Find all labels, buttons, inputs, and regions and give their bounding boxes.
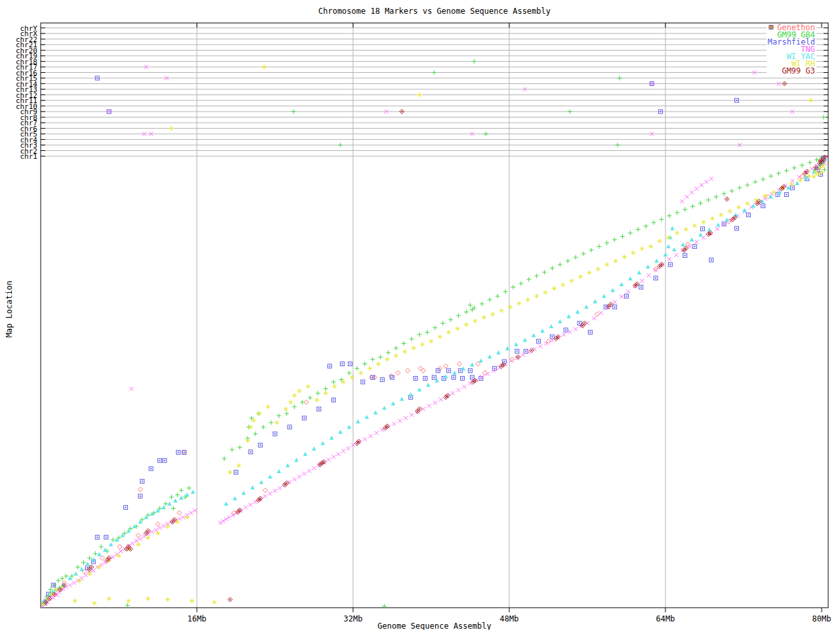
- marker: [440, 321, 445, 326]
- marker: [263, 494, 267, 498]
- marker: [394, 346, 398, 350]
- marker: [719, 213, 723, 217]
- marker: [294, 458, 299, 462]
- marker: [464, 310, 469, 314]
- marker: [245, 438, 250, 443]
- marker: [807, 171, 808, 172]
- marker: [636, 227, 640, 232]
- marker: [647, 274, 651, 278]
- marker: [474, 380, 476, 381]
- marker: [444, 364, 448, 368]
- marker: [266, 404, 270, 409]
- chromosome-row-lines: [41, 28, 828, 157]
- marker: [138, 520, 142, 524]
- marker: [148, 530, 149, 532]
- marker: [99, 545, 104, 549]
- marker: [75, 565, 80, 570]
- marker: [60, 589, 61, 590]
- marker: [189, 511, 193, 515]
- marker: [576, 310, 580, 314]
- marker: [821, 161, 822, 162]
- marker: [620, 295, 623, 299]
- marker: [652, 220, 656, 225]
- marker: [172, 521, 173, 522]
- marker: [262, 65, 266, 70]
- marker: [286, 482, 287, 484]
- marker: [427, 404, 431, 408]
- marker: [798, 178, 803, 182]
- marker: [628, 230, 633, 235]
- marker: [337, 452, 341, 456]
- marker: [495, 294, 500, 299]
- marker: [654, 259, 659, 262]
- marker: [64, 585, 65, 586]
- marker: [558, 319, 562, 323]
- chart-container: chrYchrXchr22chr21chr20chr19chr18chr17ch…: [0, 0, 840, 630]
- marker: [526, 297, 530, 302]
- marker: [446, 330, 451, 335]
- marker: [191, 490, 196, 494]
- marker: [74, 572, 78, 576]
- marker: [526, 277, 531, 282]
- marker: [425, 330, 430, 335]
- y-axis-label: Map Location: [5, 276, 14, 342]
- marker: [230, 599, 231, 600]
- marker: [736, 205, 741, 209]
- marker: [425, 377, 426, 379]
- marker: [159, 460, 160, 461]
- marker: [610, 288, 615, 292]
- marker: [103, 560, 107, 564]
- marker: [249, 503, 253, 507]
- marker: [470, 370, 471, 371]
- marker: [138, 537, 142, 541]
- marker: [777, 194, 778, 195]
- marker: [274, 420, 279, 425]
- marker: [514, 342, 518, 346]
- marker: [293, 478, 297, 482]
- marker: [354, 366, 359, 371]
- marker: [747, 214, 749, 215]
- marker: [675, 230, 679, 235]
- marker: [745, 201, 749, 206]
- marker: [130, 549, 131, 550]
- marker: [438, 335, 442, 339]
- marker: [242, 491, 246, 495]
- marker: [100, 556, 104, 560]
- marker: [358, 441, 360, 442]
- marker: [125, 507, 126, 508]
- marker: [276, 413, 281, 418]
- marker: [60, 576, 64, 581]
- marker: [373, 410, 378, 414]
- marker: [417, 93, 422, 97]
- marker: [378, 355, 383, 360]
- marker: [666, 244, 671, 248]
- marker: [734, 217, 736, 219]
- marker: [297, 474, 301, 478]
- marker: [308, 396, 312, 400]
- marker: [582, 325, 583, 326]
- marker: [593, 299, 598, 303]
- marker: [819, 163, 820, 164]
- marker: [346, 446, 350, 450]
- marker: [135, 539, 138, 543]
- marker: [375, 431, 379, 435]
- marker: [417, 387, 422, 391]
- marker: [291, 110, 296, 114]
- marker: [534, 274, 539, 278]
- marker: [136, 533, 140, 537]
- marker: [386, 350, 390, 355]
- marker: [480, 301, 484, 306]
- marker: [292, 393, 297, 398]
- marker: [97, 552, 102, 556]
- marker: [238, 445, 242, 450]
- marker: [126, 549, 127, 550]
- marker: [596, 267, 600, 272]
- marker: [341, 380, 346, 385]
- marker: [435, 378, 440, 382]
- marker: [445, 396, 446, 398]
- marker: [289, 427, 290, 428]
- marker: [284, 411, 289, 416]
- marker: [608, 306, 610, 307]
- marker: [551, 336, 553, 337]
- marker: [404, 416, 408, 420]
